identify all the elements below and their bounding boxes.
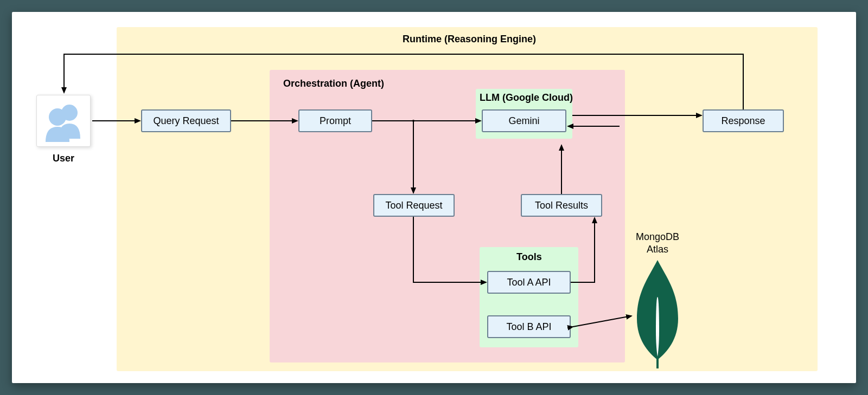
node-response: Response <box>703 109 784 132</box>
svg-point-1 <box>49 108 66 126</box>
mongodb-label: MongoDB Atlas <box>628 231 687 255</box>
node-gemini: Gemini <box>482 109 566 132</box>
user-card <box>36 95 91 147</box>
mongodb-leaf-icon <box>634 260 681 368</box>
node-tool-a-api: Tool A API <box>487 271 571 294</box>
mongodb-label-line2: Atlas <box>647 244 668 255</box>
user-label: User <box>36 153 91 164</box>
node-query-request: Query Request <box>141 109 231 132</box>
node-tool-results: Tool Results <box>521 194 602 217</box>
region-tools-title: Tools <box>516 251 542 263</box>
node-tool-request: Tool Request <box>373 194 455 217</box>
node-prompt: Prompt <box>298 109 372 132</box>
page: Runtime (Reasoning Engine) Orchestration… <box>0 0 868 395</box>
people-icon <box>37 95 91 147</box>
region-runtime-title: Runtime (Reasoning Engine) <box>403 34 536 45</box>
region-orchestration-title: Orchestration (Agent) <box>283 78 384 89</box>
mongodb-label-line1: MongoDB <box>636 231 679 242</box>
region-llm-title: LLM (Google Cloud) <box>480 92 573 103</box>
canvas: Runtime (Reasoning Engine) Orchestration… <box>12 12 856 383</box>
svg-rect-2 <box>656 357 659 368</box>
node-tool-b-api: Tool B API <box>487 315 571 338</box>
